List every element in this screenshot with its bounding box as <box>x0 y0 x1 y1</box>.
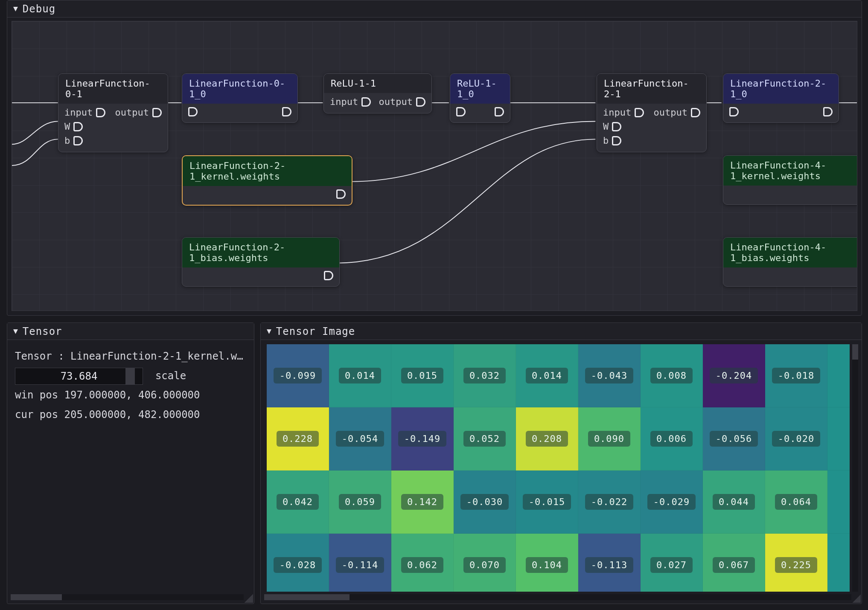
heatmap-cell[interactable]: 0.044 <box>703 471 765 534</box>
heatmap-cell[interactable]: -0.113 <box>578 534 641 592</box>
scrollbar-vertical[interactable] <box>852 344 858 592</box>
heatmap-cell[interactable]: 0.228 <box>267 407 329 471</box>
port-in[interactable] <box>456 107 466 116</box>
heatmap-cell[interactable]: 0.032 <box>454 344 516 407</box>
scrollbar-thumb[interactable] <box>264 594 350 600</box>
heatmap-cell[interactable]: -0.018 <box>765 344 827 407</box>
port-w[interactable]: W <box>603 121 621 132</box>
heatmap-cell[interactable]: -0.029 <box>641 471 703 534</box>
node-lf41-kernel-weights[interactable]: LinearFunction-4-1_kernel.weights <box>723 155 857 205</box>
heatmap-cell[interactable]: -0.020 <box>765 407 827 471</box>
node-linearfunction-2-1[interactable]: LinearFunction-2-1 input output W b <box>597 73 707 152</box>
heatmap-cell[interactable]: 0.042 <box>267 471 329 534</box>
node-linearfunction-2-1-0[interactable]: LinearFunction-2-1_0 <box>723 73 839 123</box>
port-out[interactable] <box>324 271 333 280</box>
scrollbar-horizontal[interactable] <box>11 594 244 600</box>
resize-grip-icon[interactable] <box>852 594 861 603</box>
heatmap-cell[interactable]: 0.052 <box>454 407 516 471</box>
collapse-icon[interactable]: ▼ <box>13 4 18 13</box>
port-out[interactable] <box>495 107 504 116</box>
port-input[interactable]: input <box>330 96 371 107</box>
port-out[interactable] <box>823 107 833 116</box>
tensor-winpos: win pos 197.000000, 406.000000 <box>15 386 246 405</box>
heatmap-value: 0.014 <box>526 368 568 383</box>
heatmap-viewport[interactable]: -0.0990.0140.0150.0320.014-0.0430.008-0.… <box>267 344 850 592</box>
port-out[interactable] <box>336 189 346 199</box>
port-input[interactable]: input <box>64 107 105 118</box>
node-lf41-bias-weights[interactable]: LinearFunction-4-1_bias.weights <box>723 237 857 287</box>
heatmap-cell[interactable]: -0.114 <box>329 534 391 592</box>
port-b[interactable]: b <box>603 135 621 146</box>
heatmap-cell[interactable]: 0.225 <box>765 534 827 592</box>
scale-input[interactable]: 73.684 <box>15 368 143 385</box>
scrollbar-horizontal[interactable] <box>264 594 851 600</box>
heatmap-cell[interactable]: 0.067 <box>703 534 765 592</box>
heatmap-cell[interactable]: -0.022 <box>578 471 641 534</box>
heatmap-cell[interactable]: -0.204 <box>703 344 765 407</box>
heatmap-cell[interactable]: -0.056 <box>703 407 765 471</box>
scrollbar-thumb[interactable] <box>852 344 858 360</box>
node-lf21-bias-weights[interactable]: LinearFunction-2-1_bias.weights <box>182 237 340 287</box>
heatmap-cell[interactable]: 0.015 <box>391 344 454 407</box>
port-output[interactable]: output <box>654 107 700 118</box>
port-icon <box>361 97 371 107</box>
heatmap-cell[interactable]: -0.028 <box>267 534 329 592</box>
heatmap-cell[interactable] <box>827 534 850 592</box>
heatmap-cell[interactable]: -0.030 <box>454 471 516 534</box>
heatmap-cell[interactable]: 0.064 <box>765 471 827 534</box>
heatmap-cell[interactable]: -0.015 <box>516 471 578 534</box>
heatmap-cell[interactable]: 0.142 <box>391 471 454 534</box>
tensor-image-title: Tensor Image <box>276 325 355 337</box>
node-relu-1-1[interactable]: ReLU-1-1 input output <box>323 73 432 113</box>
port-b[interactable]: b <box>64 135 83 146</box>
heatmap-cell[interactable]: 0.014 <box>516 344 578 407</box>
heatmap-cell[interactable]: 0.027 <box>641 534 703 592</box>
scale-knob[interactable] <box>125 368 135 384</box>
heatmap-cell[interactable]: -0.054 <box>329 407 391 471</box>
node-title: ReLU-1-1_0 <box>450 74 510 104</box>
tensor-scale-row: 73.684 scale <box>15 366 246 386</box>
heatmap-cell[interactable]: 0.208 <box>516 407 578 471</box>
tensor-image-panel-header[interactable]: ▼ Tensor Image <box>261 323 862 340</box>
collapse-icon[interactable]: ▼ <box>267 326 272 335</box>
heatmap-value: 0.208 <box>526 431 568 447</box>
port-output[interactable]: output <box>379 96 425 107</box>
port-icon <box>456 107 466 116</box>
port-in[interactable] <box>729 107 739 116</box>
heatmap-cell[interactable]: 0.070 <box>454 534 516 592</box>
heatmap-cell[interactable]: 0.006 <box>641 407 703 471</box>
graph-canvas[interactable]: LinearFunction-0-1 input output W b Line… <box>12 21 857 311</box>
tensor-body: Tensor : LinearFunction-2-1_kernel.wei 7… <box>7 340 254 431</box>
resize-grip-icon[interactable] <box>245 594 253 603</box>
heatmap-cell[interactable]: 0.008 <box>641 344 703 407</box>
heatmap-value: 0.142 <box>401 494 443 510</box>
heatmap-cell[interactable]: -0.043 <box>578 344 641 407</box>
debug-panel-header[interactable]: ▼ Debug <box>7 0 862 17</box>
heatmap-cell[interactable]: 0.062 <box>391 534 454 592</box>
heatmap-cell[interactable]: 0.104 <box>516 534 578 592</box>
port-out[interactable] <box>282 107 291 116</box>
heatmap-value: -0.018 <box>772 368 820 383</box>
collapse-icon[interactable]: ▼ <box>13 326 18 335</box>
heatmap-cell[interactable] <box>827 407 850 471</box>
heatmap-cell[interactable] <box>827 471 850 534</box>
port-in[interactable] <box>188 107 198 116</box>
heatmap-cell[interactable]: 0.059 <box>329 471 391 534</box>
node-linearfunction-0-1-0[interactable]: LinearFunction-0-1_0 <box>182 73 298 123</box>
heatmap-cell[interactable]: 0.014 <box>329 344 391 407</box>
scrollbar-thumb[interactable] <box>11 594 62 600</box>
heatmap-cell[interactable]: -0.149 <box>391 407 454 471</box>
debug-panel: ▼ Debug LinearFunction <box>7 0 862 316</box>
heatmap-cell[interactable] <box>827 344 850 407</box>
heatmap-cell[interactable]: 0.090 <box>578 407 641 471</box>
node-relu-1-1-0[interactable]: ReLU-1-1_0 <box>450 73 510 123</box>
port-icon <box>416 97 425 107</box>
node-linearfunction-0-1[interactable]: LinearFunction-0-1 input output W b <box>58 73 168 152</box>
port-input[interactable]: input <box>603 107 644 118</box>
tensor-panel-header[interactable]: ▼ Tensor <box>7 323 254 340</box>
port-output[interactable]: output <box>115 107 162 118</box>
node-lf21-kernel-weights[interactable]: LinearFunction-2-1_kernel.weights <box>182 155 352 206</box>
port-w[interactable]: W <box>64 121 83 132</box>
heatmap-cell[interactable]: -0.099 <box>267 344 329 407</box>
port-icon <box>324 271 333 280</box>
